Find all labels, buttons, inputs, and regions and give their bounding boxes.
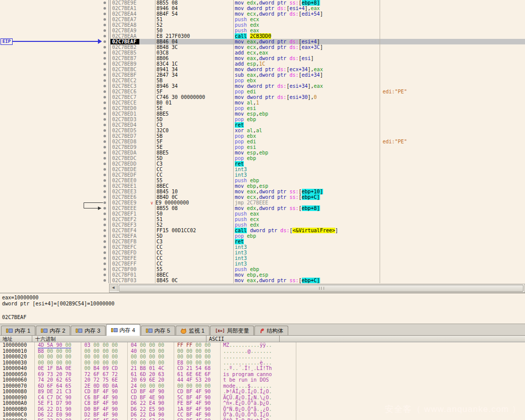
instruction-text: mov ebp,esp <box>234 272 380 278</box>
disasm-row[interactable]: 02C7BEA18946 04mov dword ptr ds:[esi+4],… <box>101 6 525 11</box>
disasm-row[interactable]: 02C7BED18BE5mov esp,ebp <box>101 111 525 117</box>
tab-memory-2[interactable]: 内存 2 <box>36 326 70 335</box>
disasm-row[interactable]: 02C7BEE9∨E9 00000000jmp 2C7BEEE <box>101 200 525 205</box>
dump-hex-group: B8 00 00 00 <box>35 348 81 354</box>
dump-row[interactable]: 100000D0D6 22 D2 90CC BF 4F 9052 69 63 6… <box>0 418 525 420</box>
instruction-text: pop ebx <box>234 133 380 139</box>
dump-row[interactable]: 1000006074 20 62 6520 72 75 6E20 69 6E 2… <box>0 377 525 383</box>
dump-row[interactable]: 100000706D 6F 64 652E 0D 0D 0A24 00 00 0… <box>0 383 525 389</box>
disasm-row[interactable]: 02C7BED75Bpop ebx <box>101 133 525 139</box>
disasm-row[interactable]: 02C7BEDC5Dpop ebp <box>101 155 525 161</box>
disasm-row[interactable]: 02C7BEA48B4F 54mov ecx,dword ptr ds:[edi… <box>101 11 525 17</box>
disasm-row[interactable]: 02C7BEFDCCint3 <box>101 250 525 255</box>
disasm-row[interactable]: 02C7BED95Epop esi <box>101 144 525 150</box>
disasm-row[interactable]: 02C7BEFCCCint3 <box>101 244 525 250</box>
dump-row[interactable]: 100000400E 1F BA 0E00 B4 09 CD21 B8 01 4… <box>0 365 525 372</box>
disasm-row[interactable]: 02C7BEB983C4 1Cadd esp,1C <box>101 61 525 67</box>
instruction-text: pop ebp <box>234 117 380 122</box>
tab-struct[interactable]: 结构体 <box>254 326 288 335</box>
disasm-row[interactable]: 02C7BEFFCCint3 <box>101 261 525 267</box>
tab-memory-1[interactable]: 内存 1 <box>1 326 35 335</box>
disasm-row[interactable]: 02C7BEBC8941 34mov dword ptr ds:[ecx+34]… <box>101 67 525 72</box>
dump-hex-group: CD BF 4F 90 <box>81 389 128 395</box>
instruction-address: 02C7BEB7 <box>110 56 155 61</box>
disasm-row[interactable]: 02C7BE9E8B55 08mov edx,dword ptr ss:[ebp… <box>101 0 525 6</box>
disasm-row[interactable]: 02C7BF038B45 0Cmov eax,dword ptr ss:[ebp… <box>101 278 525 283</box>
dump-row[interactable]: 10000090C4 C7 DC 90C6 BF 4F 90CD BF 4E 9… <box>0 395 525 401</box>
instruction-text: int3 <box>234 250 380 255</box>
disasm-row[interactable]: 02C7BEC25Bpop ebx <box>101 78 525 83</box>
column-splitter-line <box>109 0 109 283</box>
tab-memory-3[interactable]: 内存 3 <box>71 326 105 335</box>
disasm-row[interactable]: 02C7BEFECCint3 <box>101 255 525 261</box>
instruction-address: 02C7BEE1 <box>110 183 155 189</box>
dump-address: 100000A0 <box>0 400 35 406</box>
tab-memory-4[interactable]: 内存 4 <box>106 324 140 336</box>
dump-hex-group: 04 00 00 00 <box>128 342 174 348</box>
disasm-row[interactable]: 02C7BEA852push edx <box>101 22 525 28</box>
disasm-row[interactable]: 02C7BEAF8B46 04mov eax,dword ptr ds:[esi… <box>101 39 525 44</box>
disasm-row[interactable]: 02C7BEDDC3ret <box>101 161 525 167</box>
instruction-address: 02C7BEA4 <box>110 11 155 17</box>
disasm-row[interactable]: 02C7BEF4FF15 00D1CC02call dword ptr ds:[… <box>101 228 525 233</box>
instruction-comment <box>380 272 525 278</box>
disasm-row[interactable]: 02C7BEC7C746 30 00000000mov dword ptr ds… <box>101 94 525 100</box>
disasm-row[interactable]: 02C7BEC38946 34mov dword ptr ds:[esi+34]… <box>101 83 525 89</box>
disasm-row[interactable]: 02C7BED532C0xor al,al <box>101 128 525 133</box>
scrollbar-thumb[interactable] <box>119 285 523 292</box>
disasm-row[interactable]: 02C7BEDECCint3 <box>101 167 525 172</box>
disasm-row[interactable]: 02C7BED4C3ret <box>101 122 525 128</box>
disassembly-pane: 02C7BE9E8B55 08mov edx,dword ptr ss:[ebp… <box>0 0 525 293</box>
scroll-left-button[interactable]: ◀ <box>110 284 118 291</box>
instruction-comment: edi:"PE" <box>380 89 525 94</box>
dump-row[interactable]: 100000004D 5A 90 0003 00 00 0004 00 00 0… <box>0 342 525 348</box>
disasm-row[interactable]: 02C7BEF251push ecx <box>101 217 525 222</box>
disasm-row[interactable]: 02C7BEE18BECmov ebp,esp <box>101 183 525 189</box>
disasm-row[interactable]: 02C7BEB28B48 3Cmov ecx,dword ptr ds:[eax… <box>101 44 525 50</box>
disasm-row[interactable]: 02C7BEE055push ebp <box>101 178 525 183</box>
tab-memory-5[interactable]: 内存 5 <box>141 326 175 335</box>
dump-hex-group: 0E 1F BA 0E <box>35 365 81 372</box>
dump-row[interactable]: 1000003000 00 00 0000 00 00 0000 00 00 0… <box>0 360 525 366</box>
disasm-row[interactable]: 02C7BEA950push eax <box>101 28 525 33</box>
disasm-horizontal-scrollbar[interactable]: ◀ <box>109 284 525 293</box>
disasm-row[interactable]: 02C7BF0055push ebp <box>101 267 525 272</box>
disasm-row[interactable]: 02C7BED35Dpop ebp <box>101 117 525 122</box>
disasm-row[interactable]: 02C7BEB78B06mov eax,dword ptr ds:[esi] <box>101 56 525 61</box>
tab-label: 局部变量 <box>227 327 249 335</box>
dump-hex-group: CC BF 4F 90 <box>174 412 221 418</box>
bottom-tab-bar: 内存 1内存 2内存 3内存 4内存 5监视 1[x=]局部变量结构体 <box>0 324 525 336</box>
disasm-row[interactable]: 02C7BEFBC3ret <box>101 239 525 244</box>
dump-row[interactable]: 1000008089 DE 21 C3CD BF 4F 90CD BF 4F 9… <box>0 389 525 395</box>
dump-hex-group: 61 6E 6E 6F <box>174 372 221 378</box>
disasm-row[interactable]: 02C7BEA751push ecx <box>101 17 525 22</box>
instruction-text: pop edi <box>234 89 380 94</box>
disasm-row[interactable]: 02C7BEB503C8add ecx,eax <box>101 50 525 56</box>
dump-hex-group: 03 00 00 00 <box>81 342 128 348</box>
dump-row[interactable]: 10000010B8 00 00 0000 00 00 0040 00 00 0… <box>0 348 525 354</box>
dump-row[interactable]: 1000005069 73 20 7072 6F 67 7261 6D 20 6… <box>0 372 525 378</box>
disasm-row[interactable]: 02C7BED85Fpop ediedi:"PE" <box>101 139 525 144</box>
disasm-row[interactable]: 02C7BEE38B45 10mov eax,dword ptr ss:[ebp… <box>101 189 525 194</box>
disasm-row[interactable]: 02C7BEDA8BE5mov esp,ebp <box>101 150 525 155</box>
disasm-row[interactable]: 02C7BEAAE8 217F0300call 2CB3DD0 <box>101 33 525 39</box>
disasm-row[interactable]: 02C7BEDFCCint3 <box>101 172 525 178</box>
disasm-row[interactable]: 02C7BEE68B4D 0Cmov ecx,dword ptr ss:[ebp… <box>101 194 525 200</box>
disasm-row[interactable]: 02C7BEC65Fpop ediedi:"PE" <box>101 89 525 94</box>
disasm-row[interactable]: 02C7BECEB0 01mov al,1 <box>101 100 525 106</box>
dump-ascii: is program canno <box>221 372 296 378</box>
disasm-row[interactable]: 02C7BEFA5Dpop ebp <box>101 233 525 239</box>
tab-locals[interactable]: [x=]局部变量 <box>210 326 254 335</box>
disasm-row[interactable]: 02C7BEF150push eax <box>101 211 525 217</box>
tab-watch-1[interactable]: 监视 1 <box>176 326 209 335</box>
disasm-row[interactable]: 02C7BF018BECmov ebp,esp <box>101 272 525 278</box>
memory-icon <box>111 328 118 333</box>
dump-hex-group: 2E 0D 0D 0A <box>81 383 128 389</box>
dump-row[interactable]: 1000002000 00 00 0000 00 00 0000 00 00 0… <box>0 354 525 360</box>
instruction-address: 02C7BEF4 <box>110 228 155 233</box>
disasm-row[interactable]: 02C7BEEE8B55 08mov edx,dword ptr ss:[ebp… <box>101 205 525 211</box>
instruction-bytes: 8941 34 <box>155 67 234 72</box>
disasm-row[interactable]: 02C7BED05Epop esi <box>101 106 525 111</box>
disasm-row[interactable]: 02C7BEF352push edx <box>101 222 525 228</box>
disasm-row[interactable]: 02C7BEBF2B47 34sub eax,dword ptr ds:[edi… <box>101 72 525 78</box>
